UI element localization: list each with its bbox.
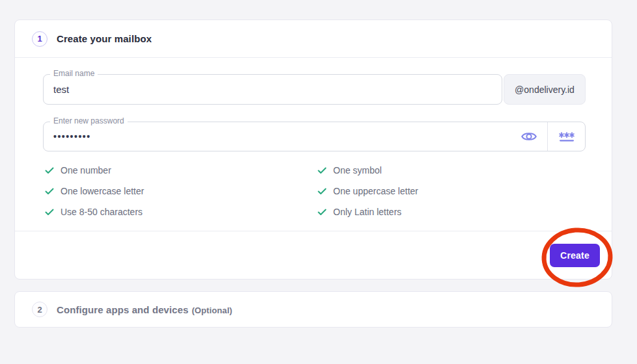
- password-field-label: Enter new password: [50, 116, 128, 125]
- password-masked-value: •••••••••: [53, 131, 91, 142]
- email-field-group: Email name test @ondelivery.id: [43, 74, 586, 105]
- step-1-title: Create your mailbox: [57, 33, 152, 44]
- generate-password-icon: [559, 131, 575, 142]
- email-field-label: Email name: [50, 69, 98, 78]
- password-field-group: Enter new password •••••••••: [43, 122, 586, 151]
- page: { "page": { "background_color": "#f4f4f7…: [0, 0, 637, 364]
- requirement-item: One symbol: [318, 165, 586, 176]
- password-requirements-list: One number One lowercase letter Use 8-50…: [43, 160, 586, 222]
- generate-password-button[interactable]: [548, 122, 585, 151]
- create-mailbox-card: 1 Create your mailbox Email name test @o…: [14, 20, 612, 280]
- toggle-password-visibility-button[interactable]: [510, 122, 547, 151]
- step-2-number-badge: 2: [32, 302, 47, 317]
- requirement-item: One uppercase letter: [318, 186, 586, 196]
- check-icon: [45, 209, 54, 216]
- eye-icon: [521, 130, 537, 143]
- create-button[interactable]: Create: [550, 244, 600, 267]
- email-domain-suffix: @ondelivery.id: [504, 74, 586, 105]
- step-2-title: Configure apps and devices(Optional): [57, 304, 232, 315]
- step-2-optional-tag: (Optional): [192, 306, 232, 315]
- step-2-number: 2: [37, 305, 42, 315]
- password-input[interactable]: •••••••••: [43, 122, 586, 151]
- step-1-number: 1: [37, 34, 42, 44]
- step-1-number-badge: 1: [32, 31, 47, 47]
- configure-apps-card[interactable]: 2 Configure apps and devices(Optional): [14, 291, 612, 328]
- requirement-item: Use 8-50 characters: [45, 207, 318, 217]
- requirement-item: One lowercase letter: [45, 186, 318, 196]
- email-input-value: test: [53, 84, 69, 95]
- form-footer: Create: [15, 231, 612, 279]
- check-icon: [318, 209, 327, 216]
- check-icon: [45, 188, 54, 195]
- requirement-item: Only Latin letters: [318, 207, 586, 217]
- step-1-header: 1 Create your mailbox: [15, 20, 612, 58]
- requirement-item: One number: [45, 165, 318, 176]
- mailbox-form: Email name test @ondelivery.id Enter new…: [15, 58, 612, 222]
- check-icon: [318, 167, 327, 174]
- check-icon: [45, 167, 54, 174]
- check-icon: [318, 188, 327, 195]
- email-input[interactable]: test: [43, 74, 502, 105]
